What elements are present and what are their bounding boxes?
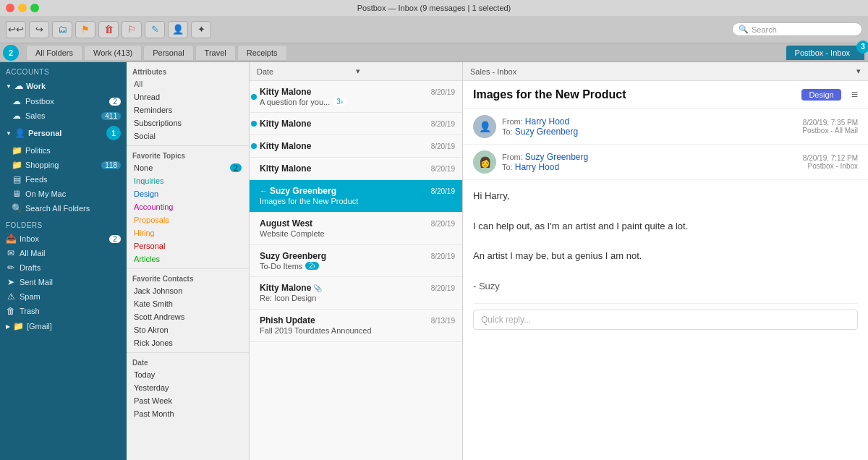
sidebar-item-spam[interactable]: ⚠ Spam [0,289,127,304]
avatar-1: 👤 [473,115,496,138]
filter-date-yesterday[interactable]: Yesterday [127,381,249,394]
attributes-section-label: Attributes [127,65,249,77]
filter-reminders[interactable]: Reminders [127,103,249,116]
tab-personal[interactable]: Personal [143,45,193,61]
more-options-icon[interactable]: ≡ [851,88,858,101]
delete-button[interactable]: 🗑 [98,21,119,38]
sidebar-item-postbox[interactable]: ☁ Postbox 2 [6,94,127,108]
reply-all-button[interactable]: ↩↩ [6,21,26,38]
filter-accounting[interactable]: Accounting [127,200,249,213]
sidebar-search-all-label: Search All Folders [25,204,90,213]
email-item-3[interactable]: Kitty Malone 8/20/19 [250,135,462,158]
to-name-1[interactable]: Suzy Greenberg [515,127,578,137]
tab-postbox[interactable]: Postbox - Inbox [786,45,865,61]
email-item-8[interactable]: Kitty Malone 📎 8/20/19 Re: Icon Design [250,277,462,310]
thread-from-info-2: From: Suzy Greenberg To: Harry Hood [502,152,797,172]
email-item-2[interactable]: Kitty Malone 8/20/19 [250,113,462,135]
minimize-button[interactable] [18,4,27,12]
tab-work[interactable]: Work (413) [84,45,142,61]
divider-1 [127,145,249,146]
quick-reply-placeholder: Quick reply... [481,315,531,325]
sidebar-group-personal[interactable]: ▼ 👤 Personal 1 [0,123,127,143]
date-filter-toggle[interactable]: ▾ [356,67,455,76]
email-item-6[interactable]: August West 8/20/19 Website Complete [250,213,462,245]
maximize-button[interactable] [30,4,39,12]
unread-dot [251,94,257,100]
email-date-6: 8/20/19 [431,220,455,228]
toolbar: ↩↩ ↪ 🗂 ⚑ 🗑 ⚐ ✎ 👤 ✦ 🔍 Search [0,16,868,43]
quick-reply-field[interactable]: Quick reply... [473,310,858,330]
main-content: Accounts ▼ ☁ Work ☁ Postbox 2 ☁ Sales 41… [0,62,868,460]
email-item-7[interactable]: Suzy Greenberg 8/20/19 To-Do Items 2› [250,245,462,277]
notification-circle[interactable]: 2 [3,45,19,61]
design-tag-badge[interactable]: Design [801,89,841,101]
filter-contact-kate[interactable]: Kate Smith [127,297,249,310]
notification-count: 2 [9,48,13,57]
email-sender-2: Kitty Malone [260,119,311,129]
sidebar-item-sent[interactable]: ➤ Sent Mail [0,275,127,289]
filter-unread[interactable]: Unread [127,90,249,103]
email-subject-6: Website Complete [260,229,325,238]
email-date-2: 8/20/19 [431,120,455,128]
filter-all[interactable]: All [127,77,249,90]
thread-date-2: 8/20/19, 7:12 PM [803,154,858,162]
contact-button[interactable]: 👤 [168,21,188,38]
sidebar-item-inbox[interactable]: 📥 Inbox 2 [0,231,127,246]
sidebar-item-politics[interactable]: 📁 Politics [6,143,127,158]
email-item-1[interactable]: Kitty Malone 8/20/19 A question for you.… [250,81,462,113]
filter-proposals[interactable]: Proposals [127,213,249,226]
postbox-tab-badge[interactable]: 3 [856,41,868,54]
sidebar-item-trash[interactable]: 🗑 Trash [0,304,127,318]
sidebar-item-shopping[interactable]: 📁 Shopping 118 [6,158,127,172]
tab-receipts[interactable]: Receipts [237,45,287,61]
filter-social[interactable]: Social [127,129,249,142]
flag-orange-button[interactable]: ⚑ [75,21,95,38]
sidebar-item-search-all[interactable]: 🔍 Search All Folders [6,201,127,216]
tab-bar: 2 All Folders Work (413) Personal Travel… [0,43,868,62]
sidebar-group-gmail[interactable]: ▶ 📁 [Gmail] [0,318,127,334]
filter-design[interactable]: Design [127,187,249,200]
from-name-2[interactable]: Suzy Greenberg [525,152,588,162]
thread-location-2: Postbox - Inbox [803,162,858,170]
filter-date-past-month[interactable]: Past Month [127,407,249,420]
filter-articles[interactable]: Articles [127,252,249,265]
forward-button[interactable]: ↪ [29,21,49,38]
sidebar-item-on-my-mac[interactable]: 🖥 On My Mac [6,187,127,201]
filter-subscriptions[interactable]: Subscriptions [127,116,249,129]
filter-contact-rick[interactable]: Rick Jones [127,336,249,349]
filter-inquiries[interactable]: Inquiries [127,174,249,187]
sidebar-item-sales[interactable]: ☁ Sales 411 [6,108,127,123]
sidebar-personal-items: 📁 Politics 📁 Shopping 118 ▤ Feeds 🖥 On M… [0,143,127,216]
thread-meta-1: 👤 From: Harry Hood To: Suzy Greenberg 8/… [473,115,858,138]
filter-contact-jack[interactable]: Jack Johnson [127,284,249,297]
filter-none[interactable]: None 2 [127,161,249,174]
chevron-down-icon-inbox[interactable]: ▾ [856,67,861,76]
sidebar-item-feeds[interactable]: ▤ Feeds [6,172,127,187]
filter-date-past-week[interactable]: Past Week [127,394,249,407]
filter-contact-scott[interactable]: Scott Andrews [127,310,249,323]
email-item-4[interactable]: Kitty Malone 8/20/19 [250,158,462,180]
brush-button[interactable]: ✦ [191,21,211,38]
edit-button[interactable]: ✎ [145,21,165,38]
email-item-5[interactable]: ← Suzy Greenberg 8/20/19 Images for the … [250,180,462,213]
search-box[interactable]: 🔍 Search [732,22,862,36]
flag-button[interactable]: ⚐ [122,21,142,38]
to-name-2[interactable]: Harry Hood [515,162,559,172]
cloud-icon-sales: ☁ [12,111,22,121]
tab-travel[interactable]: Travel [195,45,236,61]
sidebar-item-drafts[interactable]: ✏ Drafts [0,260,127,275]
from-name-1[interactable]: Harry Hood [525,116,569,127]
filter-personal[interactable]: Personal [127,239,249,252]
email-item-9[interactable]: Phish Update 8/13/19 Fall 2019 Tourdates… [250,310,462,342]
tab-all-folders[interactable]: All Folders [26,45,82,61]
sidebar-group-work[interactable]: ▼ ☁ Work [0,78,127,94]
title-bar: Postbox — Inbox (9 messages | 1 selected… [0,0,868,16]
email-subject-8: Re: Icon Design [260,294,316,302]
email-date-8: 8/20/19 [431,284,455,292]
filter-hiring[interactable]: Hiring [127,226,249,239]
archive-button[interactable]: 🗂 [52,21,72,38]
close-button[interactable] [6,4,14,12]
filter-contact-sto[interactable]: Sto Akron [127,323,249,336]
sidebar-item-all-mail[interactable]: ✉ All Mail [0,246,127,260]
filter-date-today[interactable]: Today [127,368,249,381]
